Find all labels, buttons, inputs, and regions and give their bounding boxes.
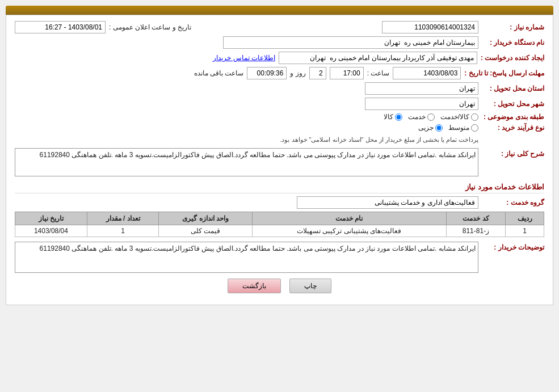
radio-mottasat-item: متوسط: [448, 124, 478, 132]
radio-kala-khedmat-label: کالا/خدمت: [440, 113, 469, 121]
cell-tedad: 1: [87, 225, 159, 237]
radio-mottasat-label: متوسط: [448, 124, 469, 132]
cell-nam-khedmat: فعالیت‌های پشتیبانی ترکیبی تسهیلات: [252, 225, 446, 237]
bazgasht-button[interactable]: بازگشت: [228, 279, 281, 293]
grooh-khedmat-input[interactable]: [297, 196, 478, 209]
th-kod-khedmat: کد خدمت: [446, 212, 506, 225]
radio-mottasat[interactable]: [471, 124, 478, 132]
sharh-value-text: ایرانکد مشابه .تمامی اطلاعات مورد نیاز د…: [40, 151, 476, 159]
radio-kala-khedmat[interactable]: [471, 113, 478, 121]
sharh-label: شرح کلی نیاز :: [482, 148, 544, 158]
th-tedad: تعداد / مقدار: [87, 212, 159, 225]
ettelaat-tamas-link[interactable]: اطلاعات تماس خریدار: [213, 54, 275, 62]
shahr-input[interactable]: [365, 98, 478, 110]
radio-kala-label: کالا: [384, 113, 393, 121]
table-row: 1 ز-81-811 فعالیت‌های پشتیبانی ترکیبی تس…: [15, 225, 544, 237]
row-note-payment: پرداخت تمام یا بخشی از مبلغ خریدار از مح…: [15, 134, 544, 145]
row-tabaqe: طبقه بندی موضوعی : کالا/خدمت خدمت کالا: [15, 113, 544, 121]
radio-khedmat[interactable]: [427, 113, 435, 121]
grooh-khedmat-label: گروه خدمت :: [482, 199, 544, 206]
mohlet-remaining-input[interactable]: [247, 67, 287, 79]
ostan-label: استان محل تحویل :: [482, 85, 544, 92]
th-radif: ردیف: [506, 212, 544, 225]
main-content: شماره نیاز : تاریخ و ساعت اعلان عمومی : …: [6, 15, 553, 305]
tabaqe-radio-group: کالا/خدمت خدمت کالا: [384, 113, 478, 121]
radio-kala-item: کالا: [384, 113, 402, 121]
ejad-label: ایجاد کننده درخواست :: [481, 54, 544, 62]
radio-jozii[interactable]: [435, 124, 443, 132]
mohlet-saat-input[interactable]: [330, 67, 364, 79]
mohlet-rooz-label: روز و: [290, 69, 305, 77]
nooe-farayand-label: نوع فرآیند خرید :: [482, 124, 544, 132]
cell-vahed: قیمت کلی: [159, 225, 252, 237]
chap-button[interactable]: چاپ: [289, 279, 331, 293]
tawsiyat-value-text: ایرانکد مشابه .تمامی اطلاعات مورد نیاز د…: [40, 245, 476, 252]
mohlet-saat-label: ساعت :: [367, 69, 390, 77]
tarikh-saat-input[interactable]: [15, 21, 106, 33]
tarikh-saat-label: تاریخ و ساعت اعلان عمومی :: [109, 23, 191, 31]
radio-kala[interactable]: [395, 113, 402, 121]
mohlet-label: مهلت ارسال پاسخ: تا تاریخ :: [464, 69, 544, 77]
row-ostan: استان محل تحویل :: [15, 82, 544, 95]
page-wrapper: شماره نیاز : تاریخ و ساعت اعلان عمومی : …: [0, 0, 559, 392]
tabaqe-label: طبقه بندی موضوعی :: [482, 113, 544, 121]
mohlet-remaining-label: ساعت باقی مانده: [194, 69, 244, 77]
radio-jozii-item: جزیی: [418, 124, 443, 132]
items-table: ردیف کد خدمت نام خدمت واحد اندازه گیری ت…: [15, 212, 544, 237]
page-title: [6, 6, 553, 15]
shomara-niaz-label: شماره نیاز :: [482, 23, 544, 31]
nam-dastgah-label: نام دستگاه خریدار :: [482, 39, 544, 47]
note-payment-text: پرداخت تمام یا بخشی از مبلغ خریدار از مح…: [280, 134, 478, 145]
radio-khedmat-item: خدمت: [408, 113, 435, 121]
nam-dastgah-input[interactable]: [223, 36, 478, 49]
radio-khedmat-label: خدمت: [408, 113, 426, 121]
radio-kala-khedmat-item: کالا/خدمت: [440, 113, 478, 121]
mohlet-rooz-input[interactable]: [309, 67, 326, 79]
tawsiyat-label: توضیحات خریدار :: [482, 242, 544, 251]
th-vahed: واحد اندازه گیری: [159, 212, 252, 225]
farayand-radio-group: متوسط جزیی: [418, 124, 478, 132]
row-nam-dastgah: نام دستگاه خریدار :: [15, 36, 544, 49]
row-grooh-khedmat: گروه خدمت :: [15, 196, 544, 209]
cell-kod-khedmat: ز-81-811: [446, 225, 506, 237]
row-sharh: شرح کلی نیاز : ایرانکد مشابه .تمامی اطلا…: [15, 148, 544, 176]
shomara-niaz-input[interactable]: [382, 21, 478, 33]
shahr-label: شهر محل تحویل :: [482, 100, 544, 108]
ettelaat-khadamat-title: اطلاعات خدمات مورد نیاز: [15, 179, 544, 193]
ostan-input[interactable]: [365, 82, 478, 95]
sharh-textarea: ایرانکد مشابه .تمامی اطلاعات مورد نیاز د…: [15, 148, 478, 176]
mohlet-date-input[interactable]: [393, 67, 461, 79]
th-tarikh: تاریخ نیاز: [15, 212, 87, 225]
cell-tarikh: 1403/08/04: [15, 225, 87, 237]
row-mohlet: مهلت ارسال پاسخ: تا تاریخ : ساعت : روز و…: [15, 67, 544, 79]
buttons-row: چاپ بازگشت: [15, 279, 544, 299]
row-shomara-tarikh: شماره نیاز : تاریخ و ساعت اعلان عمومی :: [15, 21, 544, 33]
row-ejad: ایجاد کننده درخواست : اطلاعات تماس خریدا…: [15, 52, 544, 64]
th-nam-khedmat: نام خدمت: [252, 212, 446, 225]
row-tawsiyat: توضیحات خریدار : ایرانکد مشابه .تمامی اط…: [15, 242, 544, 273]
row-shahr: شهر محل تحویل :: [15, 98, 544, 110]
ejad-input[interactable]: [279, 52, 477, 64]
cell-radif: 1: [506, 225, 544, 237]
row-nooe-farayand: نوع فرآیند خرید : متوسط جزیی: [15, 124, 544, 132]
radio-jozii-label: جزیی: [418, 124, 434, 132]
tawsiyat-textarea: ایرانکد مشابه .تمامی اطلاعات مورد نیاز د…: [15, 242, 478, 273]
